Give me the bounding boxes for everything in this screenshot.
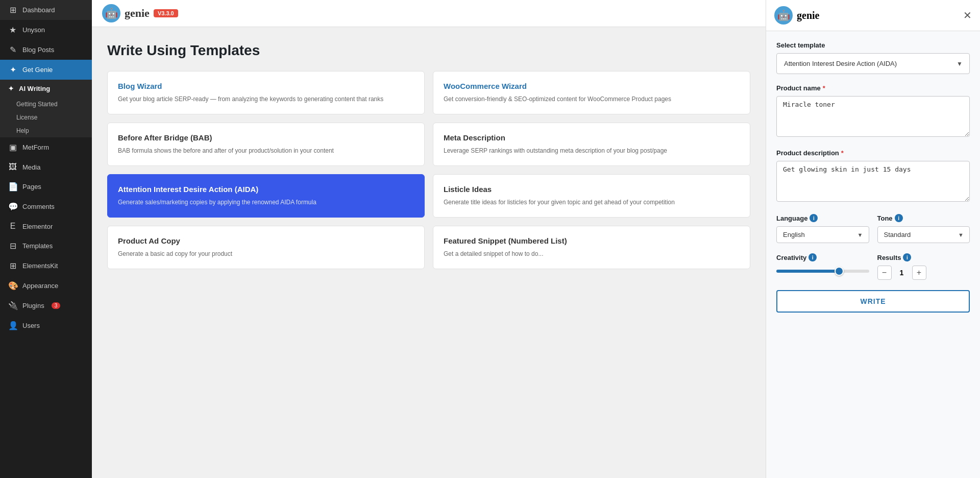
template-card-desc: Get a detailed snippet of how to do... [444,249,740,258]
page-header: 🤖 genie V3.3.0 [92,0,766,27]
sidebar-item-comments[interactable]: 💬 Comments [0,197,92,217]
template-card-title: WooCommerce Wizard [444,82,740,90]
product-description-input[interactable]: Get glowing skin in just 15 days [776,161,970,202]
creativity-slider[interactable] [776,270,869,273]
template-card-desc: BAB formula shows the before and after o… [118,146,414,155]
language-tone-row: Language i English French Spanish German… [776,214,970,253]
sidebar-item-elementskit[interactable]: ⊞ ElementsKit [0,256,92,276]
tone-info-icon[interactable]: i [895,214,903,222]
version-badge: V3.3.0 [154,9,178,17]
metform-icon: ▣ [8,142,17,152]
product-name-label: Product name * [776,84,970,92]
template-card-meta-description[interactable]: Meta Description Leverage SERP rankings … [433,123,750,166]
template-card-title: Meta Description [444,133,740,142]
close-button[interactable]: ✕ [963,10,972,20]
template-card-title: Product Ad Copy [118,236,414,245]
tone-select-wrapper: Standard Professional Casual Friendly Bo… [877,226,970,243]
template-card-bab[interactable]: Before After Bridge (BAB) BAB formula sh… [107,123,425,166]
right-panel: 🤖 genie ✕ Select template Attention Inte… [766,0,980,478]
pages-icon: 📄 [8,182,17,192]
template-card-desc: Get your blog article SERP-ready — from … [118,94,414,104]
template-card-desc: Generate sales/marketing copies by apply… [118,198,414,207]
template-card-product-ad-copy[interactable]: Product Ad Copy Generate a basic ad copy… [107,226,425,269]
product-description-group: Product description * Get glowing skin i… [776,149,970,204]
required-indicator: * [823,84,825,92]
sidebar-item-ai-writing[interactable]: ✦ AI Writing [0,80,92,98]
main-content: 🤖 genie V3.3.0 Write Using Templates Blo… [92,0,766,478]
genie-robot-icon: 🤖 [102,4,120,22]
language-select[interactable]: English French Spanish German Italian [776,226,869,243]
results-increment-button[interactable]: + [912,266,926,280]
page-title: Write Using Templates [107,42,750,59]
write-button[interactable]: WRITE [776,290,970,313]
template-card-title: Featured Snippet (Numbered List) [444,236,740,245]
select-template-group: Select template Attention Interest Desir… [776,41,970,74]
product-name-input[interactable]: Miracle toner [776,96,970,137]
creativity-group: Creativity i [776,253,869,280]
genie-logo-text: genie [125,7,150,20]
right-panel-body: Select template Attention Interest Desir… [766,31,980,323]
template-card-aida[interactable]: Attention Interest Desire Action (AIDA) … [107,174,425,218]
sidebar-item-users[interactable]: 👤 Users [0,316,92,336]
language-select-wrapper: English French Spanish German Italian [776,226,869,243]
genie-logo: 🤖 genie V3.3.0 [102,4,178,22]
sidebar-item-media[interactable]: 🖼 Media [0,157,92,177]
sidebar-item-dashboard[interactable]: ⊞ Dashboard [0,0,92,20]
creativity-results-row: Creativity i Results i − 1 + [776,253,970,290]
elementskit-icon: ⊞ [8,261,17,271]
template-card-listicle-ideas[interactable]: Listicle Ideas Generate title ideas for … [433,174,750,218]
results-decrement-button[interactable]: − [877,266,892,280]
template-card-title: Listicle Ideas [444,185,740,194]
plugins-icon: 🔌 [8,301,17,310]
tone-label: Tone i [877,214,970,222]
results-group: Results i − 1 + [877,253,970,280]
template-select[interactable]: Attention Interest Desire Action (AIDA) … [776,53,970,74]
template-card-desc: Generate a basic ad copy for your produc… [118,249,414,258]
templates-icon: ⊟ [8,241,17,251]
sidebar-item-help[interactable]: Help [0,124,92,137]
template-card-desc: Get conversion-friendly & SEO-optimized … [444,94,740,104]
sidebar-item-appearance[interactable]: 🎨 Appearance [0,276,92,296]
sidebar-item-blog-posts[interactable]: ✎ Blog Posts [0,40,92,60]
template-card-blog-wizard[interactable]: Blog Wizard Get your blog article SERP-r… [107,71,425,114]
sidebar-item-license[interactable]: License [0,111,92,124]
templates-content: Write Using Templates Blog Wizard Get yo… [92,27,766,284]
elementor-icon: E [8,222,17,231]
sidebar-item-get-genie[interactable]: ✦ Get Genie [0,60,92,80]
tone-group: Tone i Standard Professional Casual Frie… [877,214,970,243]
creativity-label: Creativity i [776,253,869,261]
template-card-title: Before After Bridge (BAB) [118,133,414,142]
sidebar-item-templates[interactable]: ⊟ Templates [0,236,92,256]
select-template-label: Select template [776,41,970,49]
results-stepper: − 1 + [877,266,970,280]
sidebar-item-plugins[interactable]: 🔌 Plugins 3 [0,296,92,316]
creativity-slider-container [776,266,869,275]
sidebar-item-pages[interactable]: 📄 Pages [0,177,92,197]
language-info-icon[interactable]: i [810,214,818,222]
template-card-woocommerce-wizard[interactable]: WooCommerce Wizard Get conversion-friend… [433,71,750,114]
right-panel-robot-icon: 🤖 [774,6,793,25]
template-card-desc: Leverage SERP rankings with outstanding … [444,146,740,155]
media-icon: 🖼 [8,162,17,172]
dashboard-icon: ⊞ [8,5,17,15]
product-description-label: Product description * [776,149,970,157]
tone-select[interactable]: Standard Professional Casual Friendly Bo… [877,226,970,243]
template-card-featured-snippet[interactable]: Featured Snippet (Numbered List) Get a d… [433,226,750,269]
template-card-title: Attention Interest Desire Action (AIDA) [118,185,414,194]
unyson-icon: ★ [8,25,17,35]
results-info-icon[interactable]: i [903,253,911,261]
users-icon: 👤 [8,321,17,330]
sidebar-item-getting-started[interactable]: Getting Started [0,98,92,111]
templates-grid: Blog Wizard Get your blog article SERP-r… [107,71,750,269]
sidebar: ⊞ Dashboard ★ Unyson ✎ Blog Posts ✦ Get … [0,0,92,478]
sidebar-item-metform[interactable]: ▣ MetForm [0,137,92,157]
right-panel-logo: 🤖 genie [774,6,819,25]
ai-writing-icon: ✦ [8,85,14,92]
required-indicator-desc: * [841,149,844,157]
creativity-info-icon[interactable]: i [808,253,817,261]
sidebar-item-unyson[interactable]: ★ Unyson [0,20,92,40]
sidebar-item-elementor[interactable]: E Elementor [0,217,92,236]
appearance-icon: 🎨 [8,281,17,291]
template-card-title: Blog Wizard [118,82,414,90]
language-group: Language i English French Spanish German… [776,214,869,243]
